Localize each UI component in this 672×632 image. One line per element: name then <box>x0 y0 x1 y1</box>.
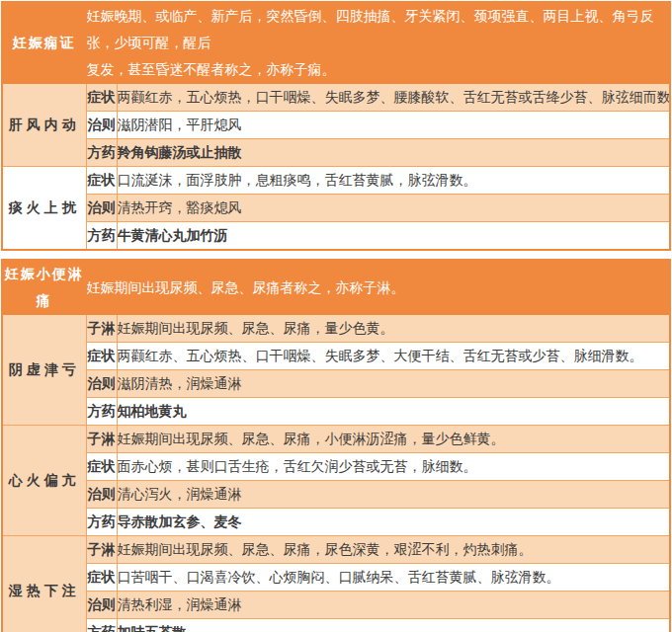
row-value: 清热开窍，豁痰熄风 <box>117 195 670 222</box>
row-label: 方药 <box>86 139 117 167</box>
row-value: 口流涎沫，面浮肢肿，息粗痰鸣，舌红苔黄腻，脉弦滑数。 <box>117 167 670 195</box>
row-value: 面赤心烦，甚则口舌生疮，舌红欠润少苔或无苔，脉细数。 <box>117 453 670 481</box>
section-table: 妊娠痫证妊娠晚期、或临产、新产后，突然昏倒、四肢抽搐、牙关紧闭、颈项强直、两目上… <box>1 1 671 251</box>
table-row: 痰火上扰症状口流涎沫，面浮肢肿，息粗痰鸣，舌红苔黄腻，脉弦滑数。 <box>2 167 670 195</box>
row-label: 子淋 <box>86 315 117 343</box>
group-name-cell: 肝风内动 <box>2 84 86 167</box>
table-row: 症状面赤心烦，甚则口舌生疮，舌红欠润少苔或无苔，脉细数。 <box>2 453 670 481</box>
table-row: 症状口苦咽干、口渴喜冷饮、心烦胸闷、口腻纳呆、舌红苔黄腻、脉弦滑数。 <box>2 564 670 592</box>
row-value: 清心泻火，润燥通淋 <box>117 481 670 509</box>
row-label: 症状 <box>86 453 117 481</box>
section-description: 妊娠期间出现尿频、尿急、尿痛者称之，亦称子淋。 <box>86 260 670 315</box>
row-label: 症状 <box>86 167 117 195</box>
row-value: 两颧红赤，五心烦热，口干咽燥、失眠多梦、腰膝酸软、舌红无苔或舌绛少苔、脉弦细而数… <box>117 84 670 112</box>
row-label: 治则 <box>86 481 117 509</box>
section-description-line: 妊娠期间出现尿频、尿急、尿痛者称之，亦称子淋。 <box>87 275 670 301</box>
group-name-cell: 痰火上扰 <box>2 167 86 251</box>
section-description-line: 妊娠晚期、或临产、新产后，突然昏倒、四肢抽搐、牙关紧闭、颈项强直、两目上视、角弓… <box>87 3 670 56</box>
tables-root: 妊娠痫证妊娠晚期、或临产、新产后，突然昏倒、四肢抽搐、牙关紧闭、颈项强直、两目上… <box>0 1 672 632</box>
section-description-line: 复发，甚至昏迷不醒者称之，亦称子痫。 <box>87 56 670 83</box>
table-row: 方药知柏地黄丸 <box>2 398 670 426</box>
section-header-row: 妊娠小便淋痛妊娠期间出现尿频、尿急、尿痛者称之，亦称子淋。 <box>2 260 670 315</box>
row-value: 妊娠期间出现尿频、尿急、尿痛，量少色黄。 <box>117 315 670 343</box>
row-value: 导赤散加玄参、麦冬 <box>117 509 670 536</box>
row-label: 治则 <box>86 195 117 222</box>
row-value: 羚角钩藤汤或止抽散 <box>117 139 670 167</box>
table-row: 治则滋阴清热，润燥通淋 <box>2 370 670 398</box>
page: 妊娠痫证妊娠晚期、或临产、新产后，突然昏倒、四肢抽搐、牙关紧闭、颈项强直、两目上… <box>0 0 672 632</box>
group-name-cell: 湿热下注 <box>2 536 86 632</box>
row-value: 知柏地黄丸 <box>117 398 670 426</box>
table-row: 方药牛黄清心丸加竹沥 <box>2 222 670 251</box>
row-value: 清热利湿，润燥通淋 <box>117 592 670 619</box>
section-table: 妊娠小便淋痛妊娠期间出现尿频、尿急、尿痛者称之，亦称子淋。阴虚津亏子淋妊娠期间出… <box>1 259 671 632</box>
row-label: 方药 <box>86 222 117 251</box>
row-label: 治则 <box>86 592 117 619</box>
row-label: 症状 <box>86 564 117 592</box>
table-row: 心火偏亢子淋妊娠期间出现尿频、尿急、尿痛，小便淋沥涩痛，量少色鲜黄。 <box>2 426 670 453</box>
row-value: 妊娠期间出现尿频、尿急、尿痛，小便淋沥涩痛，量少色鲜黄。 <box>117 426 670 453</box>
row-label: 方药 <box>86 398 117 426</box>
row-label: 治则 <box>86 370 117 398</box>
table-row: 湿热下注子淋妊娠期间出现尿频、尿急、尿痛，尿色深黄，艰涩不利，灼热刺痛。 <box>2 536 670 564</box>
table-row: 治则滋阴潜阳，平肝熄风 <box>2 112 670 139</box>
table-row: 方药羚角钩藤汤或止抽散 <box>2 139 670 167</box>
row-value: 妊娠期间出现尿频、尿急、尿痛，尿色深黄，艰涩不利，灼热刺痛。 <box>117 536 670 564</box>
row-value: 滋阴潜阳，平肝熄风 <box>117 112 670 139</box>
row-value: 两颧红赤、五心烦热、口干咽燥、失眠多梦、大便干结、舌红无苔或少苔、脉细滑数。 <box>117 343 670 370</box>
row-label: 子淋 <box>86 426 117 453</box>
row-label: 方药 <box>86 509 117 536</box>
row-label: 治则 <box>86 112 117 139</box>
row-value: 滋阴清热，润燥通淋 <box>117 370 670 398</box>
table-row: 症状两颧红赤、五心烦热、口干咽燥、失眠多梦、大便干结、舌红无苔或少苔、脉细滑数。 <box>2 343 670 370</box>
table-row: 阴虚津亏子淋妊娠期间出现尿频、尿急、尿痛，量少色黄。 <box>2 315 670 343</box>
row-label: 方药 <box>86 619 117 632</box>
row-label: 子淋 <box>86 536 117 564</box>
section-description: 妊娠晚期、或临产、新产后，突然昏倒、四肢抽搐、牙关紧闭、颈项强直、两目上视、角弓… <box>86 2 670 84</box>
row-value: 加味五苓散 <box>117 619 670 632</box>
group-name-cell: 阴虚津亏 <box>2 315 86 426</box>
section-header-row: 妊娠痫证妊娠晚期、或临产、新产后，突然昏倒、四肢抽搐、牙关紧闭、颈项强直、两目上… <box>2 2 670 84</box>
section-title: 妊娠痫证 <box>2 2 86 84</box>
table-row: 方药导赤散加玄参、麦冬 <box>2 509 670 536</box>
group-name-cell: 心火偏亢 <box>2 426 86 536</box>
section-title: 妊娠小便淋痛 <box>2 260 86 315</box>
row-value: 牛黄清心丸加竹沥 <box>117 222 670 251</box>
table-row: 治则清热开窍，豁痰熄风 <box>2 195 670 222</box>
table-row: 治则清心泻火，润燥通淋 <box>2 481 670 509</box>
table-row: 方药加味五苓散 <box>2 619 670 632</box>
table-row: 治则清热利湿，润燥通淋 <box>2 592 670 619</box>
row-label: 症状 <box>86 84 117 112</box>
row-label: 症状 <box>86 343 117 370</box>
table-row: 肝风内动症状两颧红赤，五心烦热，口干咽燥、失眠多梦、腰膝酸软、舌红无苔或舌绛少苔… <box>2 84 670 112</box>
row-value: 口苦咽干、口渴喜冷饮、心烦胸闷、口腻纳呆、舌红苔黄腻、脉弦滑数。 <box>117 564 670 592</box>
